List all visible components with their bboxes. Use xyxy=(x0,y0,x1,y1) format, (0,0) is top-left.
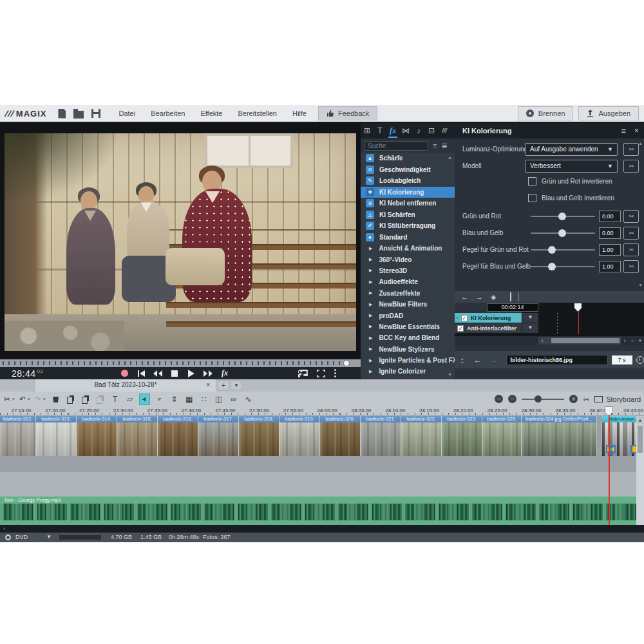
fit-width-icon[interactable]: ⇿ xyxy=(583,395,589,404)
clip-video[interactable]: badtoelz-325. xyxy=(482,416,521,456)
keyframe-toggle-button[interactable]: >< xyxy=(623,160,639,173)
slider-value[interactable]: 0.00 xyxy=(599,227,621,239)
list-scroll-up-icon[interactable]: ▲ xyxy=(448,155,452,160)
transitions-tab[interactable]: ⋈ xyxy=(399,123,412,138)
category-ignite-particles-post-fx[interactable]: ▶Ignite Particles & Post FX xyxy=(361,355,455,366)
list-scroll-down-icon[interactable]: ▼ xyxy=(448,372,452,377)
slider-value[interactable]: 1.00 xyxy=(599,244,621,256)
crop-object-icon[interactable]: ▱ xyxy=(124,393,135,405)
panel-scroll-down-icon[interactable]: ▼ xyxy=(638,283,643,287)
clip-video[interactable]: badtoelz-317. xyxy=(198,416,238,456)
timeline-ruler[interactable]: 27:15:0027:20:0027:25:0027:30:0027:35:00… xyxy=(0,406,644,416)
next-keyframe-icon[interactable]: → xyxy=(476,292,483,302)
burn-button[interactable]: Brennen xyxy=(518,106,574,120)
keyframe-row-ki-kolorierung[interactable]: ›✓KI Kolorierung▼ xyxy=(455,313,644,323)
clip-video[interactable]: badtoelz-320. xyxy=(320,416,360,456)
project-tab-close-icon[interactable]: × xyxy=(206,381,210,388)
slider-thumb[interactable] xyxy=(548,263,556,270)
fullscreen-icon[interactable] xyxy=(317,370,325,377)
stretch-tool-icon[interactable]: ⇕ xyxy=(169,393,180,405)
open-project-icon[interactable] xyxy=(73,111,84,118)
duplicate-object-icon[interactable] xyxy=(80,393,91,405)
timeline-horizontal-scrollbar[interactable]: ‹ xyxy=(0,525,644,533)
timeline-playhead-line[interactable] xyxy=(609,406,610,525)
slider-thumb[interactable] xyxy=(558,229,566,237)
category-ansicht-animation[interactable]: ▶Ansicht & Animation xyxy=(361,243,455,254)
prev-object-icon[interactable]: ← xyxy=(474,355,482,365)
copy-object-icon[interactable] xyxy=(65,393,76,405)
undo-icon[interactable]: ↶▼ xyxy=(19,393,31,405)
menu-effekte[interactable]: Effekte xyxy=(193,105,230,122)
new-tab-button[interactable]: + xyxy=(218,381,229,390)
keyframe-row-anti-interlacefilter[interactable]: ✓Anti-Interlacefilter▼ xyxy=(455,323,644,334)
audio-track[interactable]: Toto - Georgy Porgy.mp3 xyxy=(0,497,644,525)
keyframe-row-header[interactable]: ›✓KI Kolorierung xyxy=(455,313,522,323)
effect-ki-nebel-entfernen[interactable]: ≋KI Nebel entfernen xyxy=(361,198,455,209)
monitor-menu-icon[interactable] xyxy=(334,369,336,377)
range-select-tool-icon[interactable]: ➣ xyxy=(154,393,165,405)
dropdown-arrow-icon[interactable]: ▼ xyxy=(27,397,31,401)
sort-list-icon[interactable]: ≡ xyxy=(433,142,437,149)
panel-close-icon[interactable]: × xyxy=(634,126,639,135)
dropdown-arrow-icon[interactable]: ▼ xyxy=(43,397,46,401)
preview-scrubber[interactable] xyxy=(0,359,361,367)
next-object-icon[interactable]: → xyxy=(491,355,498,365)
keyframe-toggle-button[interactable]: >< xyxy=(623,210,639,223)
play-button[interactable] xyxy=(186,369,196,378)
clip-video[interactable]: badtoelz-319. xyxy=(279,416,319,456)
delete-object-icon[interactable] xyxy=(50,393,61,405)
transition-effect-badge[interactable] xyxy=(606,445,616,453)
effect-ki-stil-bertragung[interactable]: ✐KI Stilübertragung xyxy=(361,220,455,232)
clip-gap[interactable] xyxy=(597,416,601,456)
effect-lookabgleich[interactable]: ✎Lookabgleich xyxy=(361,175,455,187)
cast-icon[interactable] xyxy=(298,370,308,377)
zoom-fit-icon[interactable]: − xyxy=(495,395,503,403)
slider-track[interactable] xyxy=(531,232,595,234)
unlink-tracks-icon[interactable]: ∿ xyxy=(243,393,254,405)
link-tracks-icon[interactable]: ∞ xyxy=(228,393,239,405)
category-prodad[interactable]: ▶proDAD xyxy=(361,310,455,321)
save-project-icon[interactable] xyxy=(91,109,100,118)
object-duration[interactable]: 7 s xyxy=(612,355,632,365)
media-pool-tab[interactable]: ⊞ xyxy=(361,123,374,138)
export-button[interactable]: Ausgeben xyxy=(578,106,639,120)
titles-tab[interactable]: T xyxy=(374,123,386,138)
effects-tab[interactable]: fx xyxy=(386,123,399,138)
timeline-vertical-scrollbar[interactable]: ▲ xyxy=(636,416,644,525)
menu-bereitstellen[interactable]: Bereitstellen xyxy=(230,105,285,122)
paste-object-icon[interactable] xyxy=(95,393,106,405)
panel-scroll-up-icon[interactable]: ▲ xyxy=(638,141,643,146)
cut-tool-icon[interactable]: ✂▼ xyxy=(4,393,15,405)
rewind-button[interactable] xyxy=(153,369,163,378)
split-objects-icon[interactable]: ◫ xyxy=(213,393,224,405)
add-keyframe-icon[interactable]: ◈ xyxy=(491,292,496,302)
effect-ki-kolorierung[interactable]: ❖KI Kolorierung xyxy=(361,187,455,198)
search-input[interactable] xyxy=(364,141,428,151)
kf-scroll-thumb[interactable] xyxy=(551,338,620,343)
zoom-slider[interactable] xyxy=(522,399,564,400)
slider-value[interactable]: 0.00 xyxy=(599,211,621,222)
clip-video[interactable]: badtoelz-318. xyxy=(239,416,279,456)
clip-video[interactable]: badtoelz-322. xyxy=(401,416,441,456)
applied-effect-badge[interactable] xyxy=(630,445,636,453)
keyframe-toggle-button[interactable]: >< xyxy=(623,143,639,156)
fast-forward-button[interactable] xyxy=(203,369,213,378)
scroll-up-icon[interactable]: ▲ xyxy=(636,416,644,424)
zoom-slider-thumb[interactable] xyxy=(535,395,542,402)
tab-list-icon[interactable]: ▼ xyxy=(231,381,242,390)
kf-zoom-out-icon[interactable]: − xyxy=(629,337,636,345)
select-tool-icon[interactable]: ➤ xyxy=(139,393,150,405)
clip-video[interactable]: badtoelz-323. xyxy=(442,416,482,456)
prev-keyframe-icon[interactable]: ← xyxy=(461,292,468,302)
zoom-in-icon[interactable]: + xyxy=(569,395,578,403)
category-ignite-colorizer[interactable]: ▶Ignite Colorizer xyxy=(361,366,455,377)
slider-track[interactable] xyxy=(531,266,595,267)
store-tab[interactable]: ⊟ xyxy=(425,123,438,138)
target-dropdown-icon[interactable]: ▼ xyxy=(46,534,52,540)
project-tab[interactable]: Bad Tölz 2023-10-28* xyxy=(35,379,216,392)
skip-start-button[interactable] xyxy=(136,369,146,378)
group-objects-icon[interactable]: ∷ xyxy=(198,393,209,405)
feedback-button[interactable]: Feedback xyxy=(318,106,377,120)
kf-zoom-in-icon[interactable]: + xyxy=(636,337,644,345)
effect-enabled-checkbox[interactable]: ✓ xyxy=(461,315,468,321)
